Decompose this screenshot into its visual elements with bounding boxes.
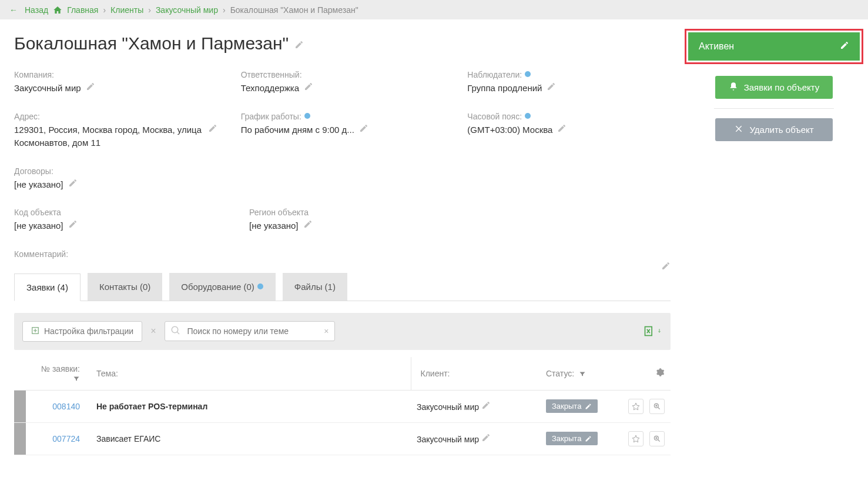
crumb-home[interactable]: Главная bbox=[67, 5, 98, 15]
row-actions bbox=[622, 422, 671, 455]
star-icon[interactable] bbox=[628, 399, 644, 414]
tab-equipment[interactable]: Оборудование (0) bbox=[169, 273, 276, 301]
status-badge[interactable]: Закрыта bbox=[546, 399, 598, 413]
tab-contacts[interactable]: Контакты (0) bbox=[88, 273, 162, 301]
crumb-sep: › bbox=[148, 5, 151, 15]
col-settings[interactable] bbox=[622, 357, 671, 391]
col-id[interactable]: № заявки: bbox=[26, 357, 91, 391]
filter-clear-icon[interactable]: × bbox=[150, 326, 156, 336]
field-contracts-value: [не указано] bbox=[14, 178, 63, 192]
search-icon bbox=[170, 325, 181, 338]
object-requests-button[interactable]: Заявки по объекту bbox=[715, 76, 833, 99]
status-pill[interactable]: Активен bbox=[688, 32, 860, 61]
row-topic: Не работает POS-терминал bbox=[91, 390, 411, 422]
field-company-value: Закусочный мир bbox=[14, 82, 81, 95]
table-row[interactable]: 007724 Зависает ЕГАИС Закусочный мир Зак… bbox=[14, 422, 671, 455]
svg-point-2 bbox=[525, 113, 531, 119]
col-client[interactable]: Клиент: bbox=[411, 357, 540, 391]
sidebar-divider bbox=[714, 108, 834, 109]
edit-comment-icon[interactable] bbox=[661, 261, 671, 272]
field-timezone-value: (GMT+03:00) Москва bbox=[467, 124, 552, 137]
info-icon[interactable] bbox=[524, 112, 531, 121]
status-pill-label: Активен bbox=[699, 41, 734, 52]
tab-requests[interactable]: Заявки (4) bbox=[14, 273, 81, 301]
search-input[interactable] bbox=[165, 321, 335, 341]
field-code-label: Код объекта bbox=[14, 208, 226, 217]
status-pill-highlight: Активен bbox=[685, 29, 863, 64]
tab-files[interactable]: Файлы (1) bbox=[283, 273, 347, 301]
field-address: Адрес: 129301, Россия, Москва город, Мос… bbox=[14, 112, 217, 150]
row-topic: Зависает ЕГАИС bbox=[91, 422, 411, 455]
edit-timezone-icon[interactable] bbox=[557, 124, 567, 137]
page-title: Бокалошная "Хамон и Пармезан" bbox=[14, 34, 671, 54]
edit-responsible-icon[interactable] bbox=[304, 82, 313, 95]
field-responsible-value: Техподдержка bbox=[241, 82, 299, 95]
edit-contracts-icon[interactable] bbox=[68, 178, 78, 192]
edit-client-icon[interactable] bbox=[481, 402, 491, 412]
export-icon[interactable] bbox=[644, 325, 662, 337]
back-link[interactable]: Назад bbox=[25, 5, 48, 15]
edit-company-icon[interactable] bbox=[86, 82, 95, 95]
field-contracts: Договоры: [не указано] bbox=[14, 166, 226, 192]
crumb-company[interactable]: Закусочный мир bbox=[156, 5, 218, 15]
edit-client-icon[interactable] bbox=[481, 435, 491, 444]
tabs: Заявки (4) Контакты (0) Оборудование (0)… bbox=[14, 273, 671, 301]
delete-object-label: Удалить объект bbox=[749, 125, 813, 135]
filter-funnel-icon[interactable] bbox=[577, 369, 586, 378]
edit-address-icon[interactable] bbox=[208, 124, 217, 137]
back-arrow-icon[interactable]: ← bbox=[9, 5, 18, 15]
edit-schedule-icon[interactable] bbox=[359, 124, 368, 137]
edit-observers-icon[interactable] bbox=[547, 82, 556, 95]
star-icon[interactable] bbox=[628, 431, 644, 446]
info-icon[interactable] bbox=[524, 70, 531, 79]
filter-plus-icon bbox=[31, 326, 39, 336]
col-status[interactable]: Статус: bbox=[540, 357, 622, 391]
col-topic[interactable]: Тема: bbox=[91, 357, 411, 391]
row-marker bbox=[14, 422, 26, 455]
table-row[interactable]: 008140 Не работает POS-терминал Закусочн… bbox=[14, 390, 671, 422]
svg-point-5 bbox=[172, 327, 178, 333]
edit-code-icon[interactable] bbox=[68, 219, 78, 233]
row-status: Закрыта bbox=[540, 422, 622, 455]
search-clear-icon[interactable]: × bbox=[324, 326, 329, 336]
delete-object-button[interactable]: Удалить объект bbox=[715, 118, 833, 141]
field-observers: Наблюдатели: Группа продлений bbox=[467, 70, 671, 95]
info-icon[interactable] bbox=[304, 112, 311, 121]
crumb-sep: › bbox=[223, 5, 226, 15]
field-schedule-value: По рабочим дням с 9:00 д... bbox=[241, 124, 354, 137]
field-timezone: Часовой пояс: (GMT+03:00) Москва bbox=[467, 112, 671, 150]
filter-funnel-icon[interactable] bbox=[71, 373, 80, 383]
row-id[interactable]: 007724 bbox=[26, 422, 91, 455]
row-client: Закусочный мир bbox=[411, 390, 540, 422]
field-contracts-label: Договоры: bbox=[14, 166, 226, 176]
bell-icon bbox=[729, 82, 738, 93]
field-comment-label: Комментарий: bbox=[14, 249, 671, 259]
field-address-value: 129301, Россия, Москва город, Москва, ул… bbox=[14, 124, 203, 150]
status-badge[interactable]: Закрыта bbox=[546, 432, 598, 445]
edit-title-icon[interactable] bbox=[294, 34, 304, 54]
crumb-current: Бокалошная "Хамон и Пармезан" bbox=[230, 5, 358, 15]
breadcrumb: ← Назад Главная › Клиенты › Закусочный м… bbox=[0, 0, 868, 19]
crumb-clients[interactable]: Клиенты bbox=[110, 5, 143, 15]
svg-point-0 bbox=[525, 71, 531, 77]
zoom-icon[interactable] bbox=[649, 399, 665, 414]
info-icon bbox=[257, 282, 264, 292]
field-schedule: График работы: По рабочим дням с 9:00 д.… bbox=[241, 112, 444, 150]
filter-bar: Настройка фильтрации × × bbox=[14, 313, 671, 350]
row-id[interactable]: 008140 bbox=[26, 390, 91, 422]
svg-point-1 bbox=[304, 113, 310, 119]
zoom-icon[interactable] bbox=[649, 431, 665, 446]
object-requests-label: Заявки по объекту bbox=[744, 82, 820, 92]
field-region-label: Регион объекта bbox=[249, 208, 461, 217]
filter-setup-button[interactable]: Настройка фильтрации bbox=[22, 321, 142, 342]
edit-status-icon[interactable] bbox=[840, 41, 849, 52]
row-actions bbox=[622, 390, 671, 422]
requests-table: № заявки: Тема: Клиент: Статус: bbox=[14, 357, 671, 455]
field-region: Регион объекта [не указано] bbox=[249, 208, 461, 233]
crumb-sep: › bbox=[103, 5, 106, 15]
field-comment: Комментарий: bbox=[14, 249, 671, 259]
edit-region-icon[interactable] bbox=[303, 219, 313, 233]
page-title-text: Бокалошная "Хамон и Пармезан" bbox=[14, 34, 289, 54]
home-icon[interactable] bbox=[53, 5, 62, 15]
field-observers-value: Группа продлений bbox=[467, 82, 542, 95]
